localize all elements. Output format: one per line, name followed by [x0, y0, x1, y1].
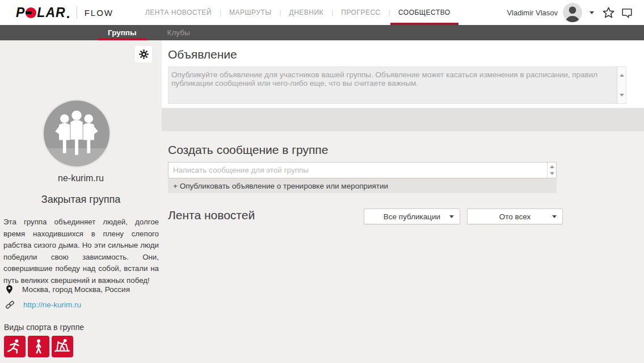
- section-divider-band: [162, 108, 644, 131]
- group-location-row: Москва, город Москва, Россия: [5, 284, 130, 295]
- announcement-textarea-wrap: [168, 66, 626, 104]
- tab-groups[interactable]: Группы: [102, 25, 142, 40]
- cross-country-skiing-icon[interactable]: [52, 336, 73, 357]
- top-header: P LAR FLOW ЛЕНТА НОВОСТЕЙ | МАРШРУТЫ | Д…: [0, 0, 644, 25]
- group-avatar[interactable]: [44, 101, 110, 166]
- logo-text-lar: LAR: [37, 5, 65, 20]
- logo-trademark-dot: [67, 16, 69, 18]
- nav-item-community[interactable]: СООБЩЕСТВО: [390, 0, 458, 25]
- nav-item-diary[interactable]: ДНЕВНИК: [281, 0, 332, 25]
- main-content: Объявление Создать сообщение в группе + …: [162, 40, 644, 363]
- group-sidebar: ne-kurim.ru Закрытая группа Эта группа о…: [0, 40, 162, 363]
- chevron-down-icon: [449, 215, 454, 218]
- gear-icon: [138, 49, 149, 60]
- star-icon[interactable]: [601, 6, 615, 19]
- feed-section: Создать сообщение в группе + Опубликоват…: [162, 131, 644, 363]
- main-navigation: ЛЕНТА НОВОСТЕЙ | МАРШРУТЫ | ДНЕВНИК | ПР…: [137, 0, 458, 25]
- announcement-section: Объявление: [162, 40, 644, 108]
- group-location: Москва, город Москва, Россия: [22, 285, 130, 294]
- group-description: Эта группа объединяет людей, долгое врем…: [3, 216, 159, 287]
- tab-clubs[interactable]: Клубы: [162, 25, 196, 40]
- filter-publications-dropdown[interactable]: Все публикации: [364, 208, 460, 224]
- page-body: ne-kurim.ru Закрытая группа Эта группа о…: [0, 40, 644, 363]
- group-settings-button[interactable]: [135, 46, 152, 62]
- group-website-link[interactable]: http://ne-kurim.ru: [23, 301, 81, 309]
- sports-section-label: Виды спорта в группе: [4, 323, 84, 332]
- logo-text-p: P: [16, 5, 25, 20]
- scroll-down-icon[interactable]: [550, 172, 554, 175]
- running-icon[interactable]: [4, 336, 26, 357]
- filter-from-dropdown[interactable]: Ото всех: [467, 208, 563, 224]
- group-people-icon: [44, 101, 110, 166]
- sports-icons-row: [4, 336, 73, 357]
- walking-icon[interactable]: [28, 336, 49, 357]
- publish-event-link[interactable]: + Опубликовать объявление о тренировке и…: [168, 178, 557, 193]
- map-pin-icon: [5, 284, 14, 295]
- link-icon: [5, 299, 15, 310]
- user-area: Vladimir Vlasov: [507, 0, 644, 25]
- nav-item-news-feed[interactable]: ЛЕНТА НОВОСТЕЙ: [137, 0, 220, 25]
- group-name: ne-kurim.ru: [0, 173, 162, 183]
- chevron-down-icon: [552, 215, 557, 218]
- filter-from-value: Ото всех: [499, 212, 531, 221]
- polar-o-icon: [26, 7, 36, 18]
- user-name[interactable]: Vladimir Vlasov: [507, 9, 558, 17]
- announcement-title: Объявление: [168, 40, 644, 61]
- composer-scrollbar[interactable]: [547, 162, 556, 178]
- scroll-up-icon[interactable]: [550, 165, 554, 168]
- user-menu-caret-icon[interactable]: [590, 11, 594, 14]
- community-subnav: Группы Клубы: [0, 25, 644, 40]
- filter-publications-value: Все публикации: [384, 212, 440, 221]
- nav-item-progress[interactable]: ПРОГРЕСС: [333, 0, 389, 25]
- group-type-label: Закрытая группа: [0, 194, 162, 206]
- composer-input[interactable]: [168, 162, 557, 178]
- scroll-down-icon[interactable]: [620, 94, 624, 97]
- scroll-up-icon[interactable]: [620, 74, 624, 77]
- flow-label: FLOW: [85, 8, 113, 18]
- announcement-scrollbar[interactable]: [617, 67, 626, 103]
- announcement-textarea[interactable]: [168, 66, 626, 104]
- feed-header-row: Лента новостей Все публикации Ото всех: [168, 208, 563, 226]
- nav-item-routes[interactable]: МАРШРУТЫ: [221, 0, 279, 25]
- user-avatar[interactable]: [563, 3, 582, 22]
- group-website-row: http://ne-kurim.ru: [5, 299, 81, 310]
- polar-flow-logo[interactable]: P LAR FLOW: [16, 0, 113, 25]
- polar-logo: P LAR: [16, 5, 69, 20]
- composer-title: Создать сообщение в группе: [168, 131, 644, 157]
- composer-input-wrap: [168, 162, 557, 178]
- chat-bubble-icon[interactable]: [620, 6, 634, 19]
- logo-divider: [77, 6, 77, 19]
